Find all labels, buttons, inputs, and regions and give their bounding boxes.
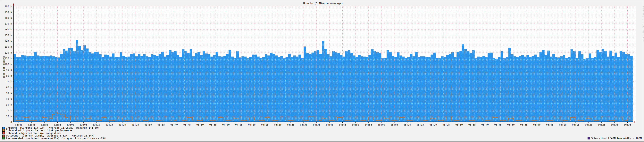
legend-item-subscribed-bandwidth: Subscribed LEARN bandwidth - 100M — [588, 137, 642, 140]
x-tick-label: 04:25 — [287, 123, 294, 126]
x-tick-label: 03:30 — [144, 123, 152, 126]
x-tick-label: 04:40 — [326, 123, 333, 126]
legend-swatch — [2, 137, 5, 139]
y-tick-label: 110 k — [4, 57, 12, 60]
y-tick-label: 10 k — [6, 115, 12, 118]
legend-swatch — [2, 134, 5, 137]
subscribed-bandwidth-swatch — [588, 137, 590, 139]
x-tick-label: 06:20 — [585, 123, 592, 126]
x-tick-label: 04:50 — [352, 123, 359, 126]
x-tick-label: 03:40 — [170, 123, 178, 126]
x-tick-label: 03:00 — [67, 123, 74, 126]
x-tick-label: 05:45 — [494, 123, 502, 126]
legend-label: Inbound [Current-114.92k, Average-117.57… — [6, 126, 101, 129]
x-tick-label: 03:20 — [118, 123, 126, 126]
x-tick-label: 04:55 — [365, 123, 372, 126]
y-tick-label: 190 k — [4, 11, 12, 14]
x-tick-label: 03:50 — [196, 123, 204, 126]
x-tick-label: 02:40 — [15, 123, 22, 126]
x-tick-label: 05:35 — [468, 123, 476, 126]
y-tick-label: 100 k — [4, 63, 12, 66]
y-tick-label: 50 k — [6, 92, 12, 95]
x-tick-label: 03:55 — [209, 123, 216, 126]
legend-label: Inbound with possible poor link performa… — [6, 129, 72, 132]
x-tick-label: 04:30 — [300, 123, 308, 126]
x-tick-label: 06:05 — [546, 123, 554, 126]
x-tick-label: 03:05 — [80, 123, 87, 126]
y-tick-label: 90 k — [6, 68, 12, 72]
x-tick-label: 05:25 — [442, 123, 450, 126]
x-tick-label: 04:05 — [235, 123, 242, 126]
legend-item-0: Inbound [Current-114.92k, Average-117.57… — [2, 126, 106, 129]
y-tick-label: 40 k — [6, 98, 12, 100]
x-tick-label: 03:45 — [184, 123, 191, 126]
y-tick-label: 140 k — [4, 40, 12, 43]
plot-area: 010 k20 k30 k40 k50 k60 k70 k80 k90 k100… — [0, 1, 644, 142]
x-tick-label: 05:20 — [430, 123, 437, 126]
x-tick-label: 05:30 — [456, 123, 463, 126]
x-tick-label: 05:05 — [391, 123, 398, 126]
legend-swatch — [2, 129, 5, 132]
y-tick-label: 30 k — [6, 103, 12, 106]
legend-swatch — [2, 127, 5, 129]
x-tick-label: 04:15 — [261, 123, 268, 126]
legend: Inbound [Current-114.92k, Average-117.57… — [2, 126, 106, 140]
x-tick-label: 04:35 — [313, 123, 320, 126]
x-tick-label: 06:15 — [572, 123, 579, 126]
y-tick-label: 200 k — [4, 5, 12, 8]
x-tick-label: 02:55 — [54, 123, 61, 126]
x-tick-label: 06:30 — [611, 123, 618, 126]
x-tick-label: 05:10 — [404, 123, 411, 126]
x-tick-label: 05:00 — [378, 123, 385, 126]
y-tick-label: 160 k — [4, 28, 12, 31]
x-tick-label: 06:00 — [533, 123, 540, 126]
y-tick-label: 170 k — [4, 22, 12, 25]
x-tick-label: 05:50 — [507, 123, 515, 126]
y-tick-label: 150 k — [4, 34, 12, 37]
y-tick-label: 0 — [10, 121, 12, 124]
subscribed-bandwidth-label: Subscribed LEARN bandwidth - 100M — [591, 137, 642, 140]
y-tick-label: 80 k — [6, 74, 12, 77]
y-tick-label: 120 k — [4, 51, 12, 54]
x-tick-label: 05:15 — [417, 123, 424, 126]
x-tick-label: 05:40 — [481, 123, 489, 126]
y-tick-label: 60 k — [6, 86, 12, 89]
x-tick-label: 06:35 — [624, 123, 631, 126]
y-axis-arrow-icon — [13, 3, 14, 5]
x-tick-label: 03:25 — [132, 123, 139, 126]
x-tick-label: 04:10 — [248, 123, 256, 126]
x-tick-label: 03:15 — [106, 123, 113, 126]
x-tick-label: 04:00 — [222, 123, 230, 126]
x-tick-label: 06:10 — [559, 123, 566, 126]
y-tick-label: 70 k — [6, 80, 12, 83]
x-tick-label: 03:10 — [93, 123, 100, 126]
legend-label: Recommended consistent average(75%) for … — [6, 137, 106, 140]
legend-item-2: Inbound subjected to link congestion — [2, 132, 106, 134]
legend-item-1: Inbound with possible poor link performa… — [2, 129, 106, 132]
x-tick-label: 05:55 — [520, 123, 528, 126]
legend-item-4: Recommended consistent average(75%) for … — [2, 137, 106, 140]
x-tick-label: 03:35 — [158, 123, 165, 126]
y-tick-label: 130 k — [4, 45, 12, 48]
x-tick-label: 04:20 — [274, 123, 282, 126]
x-tick-label: 02:50 — [41, 123, 48, 126]
rrdtool-watermark: RRDTOOL / TOBI OETIKER — [642, 6, 644, 42]
x-tick-label: 04:45 — [339, 123, 346, 126]
rrdtool-bandwidth-graph: Hourly (1 Minute Average) bits per secon… — [0, 0, 644, 142]
y-tick-label: 20 k — [6, 109, 12, 112]
x-tick-label: 02:45 — [28, 123, 35, 126]
x-tick-label: 06:25 — [598, 123, 605, 126]
legend-item-3: Outbound [Current-2.81k, Average-3.32k, … — [2, 134, 106, 137]
legend-label: Outbound [Current-2.81k, Average-3.32k, … — [6, 134, 95, 137]
legend-label: Inbound subjected to link congestion — [6, 132, 61, 134]
y-tick-label: 180 k — [4, 17, 12, 19]
legend-swatch — [2, 132, 5, 134]
